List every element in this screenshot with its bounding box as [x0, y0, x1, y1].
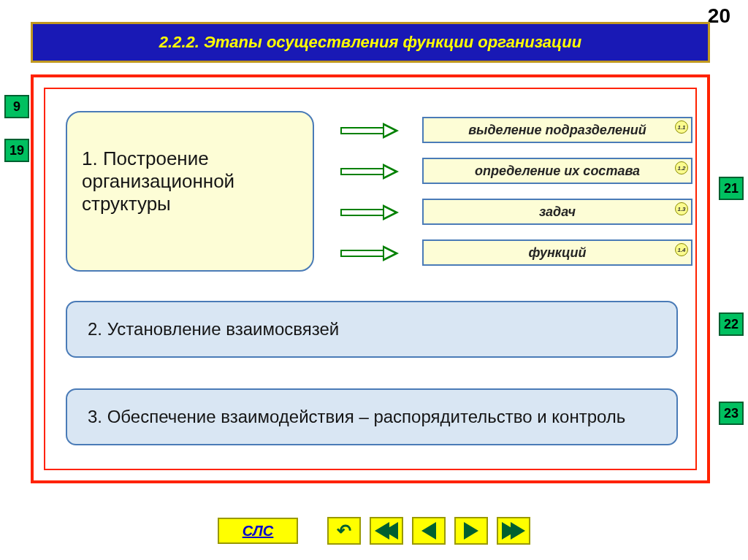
- nav-button-22[interactable]: 22: [719, 312, 744, 336]
- nav-button-23[interactable]: 23: [719, 402, 744, 425]
- double-right-icon: [502, 522, 525, 540]
- sub-item-label: определение их состава: [475, 164, 640, 179]
- sub-item-label: выделение подразделений: [468, 123, 646, 138]
- double-left-icon: [375, 522, 398, 540]
- main-frame: 1. Построение организационной структуры …: [31, 74, 710, 483]
- sub-item-4: функций 1.4: [422, 239, 692, 266]
- uturn-icon: ↶: [337, 521, 351, 541]
- sub-item-label: задач: [539, 204, 576, 220]
- sub-badge: 1.3: [675, 202, 688, 215]
- sub-item-label: функций: [528, 245, 586, 261]
- main-inner: 1. Построение организационной структуры …: [44, 88, 697, 470]
- arrow-icon: [340, 247, 412, 260]
- next-button[interactable]: [454, 517, 488, 545]
- title-text: 2.2.2. Этапы осуществления функции орган…: [159, 33, 581, 52]
- right-icon: [464, 522, 478, 540]
- title-bar: 2.2.2. Этапы осуществления функции орган…: [31, 22, 710, 63]
- footer-nav: СЛС ↶: [0, 515, 748, 547]
- sls-button[interactable]: СЛС: [218, 518, 298, 544]
- arrow-icon: [340, 206, 412, 219]
- prev-button[interactable]: [412, 517, 446, 545]
- block-1: 1. Построение организационной структуры: [66, 111, 314, 272]
- block-3: 3. Обеспечение взаимодействия – распоряд…: [66, 388, 678, 445]
- sub-badge: 1.1: [675, 120, 688, 134]
- sub-item-2: определение их состава 1.2: [422, 158, 692, 184]
- footer-controls: ↶: [327, 517, 530, 545]
- sub-item-1: выделение подразделений 1.1: [422, 117, 692, 143]
- left-icon: [421, 522, 436, 540]
- last-button[interactable]: [497, 517, 530, 545]
- sub-badge: 1.4: [675, 243, 688, 256]
- return-button[interactable]: ↶: [327, 517, 361, 545]
- block-2: 2. Установление взаимосвязей: [66, 301, 678, 358]
- nav-button-19[interactable]: 19: [4, 139, 29, 162]
- block-3-text: 3. Обеспечение взаимодействия – распоряд…: [88, 407, 625, 427]
- sub-item-3: задач 1.3: [422, 199, 692, 225]
- arrow-icon: [340, 165, 412, 178]
- block-1-text: 1. Построение организационной структуры: [82, 147, 234, 215]
- nav-button-21[interactable]: 21: [719, 177, 744, 200]
- sub-badge: 1.2: [675, 161, 688, 174]
- block-2-text: 2. Установление взаимосвязей: [88, 319, 339, 340]
- first-button[interactable]: [370, 517, 403, 545]
- nav-button-9[interactable]: 9: [4, 95, 29, 118]
- arrow-icon: [340, 124, 412, 137]
- page-number: 20: [708, 4, 730, 28]
